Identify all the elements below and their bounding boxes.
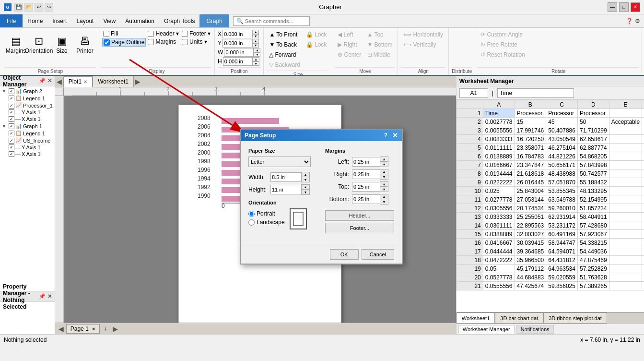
top-margin-up[interactable]: ▲: [380, 182, 388, 187]
menu-file[interactable]: File: [0, 14, 23, 27]
x-spin-down[interactable]: ▼: [252, 34, 259, 38]
right-margin-up[interactable]: ▲: [380, 169, 388, 174]
footer-checkbox[interactable]: Footer ▾: [181, 30, 211, 37]
custom-angle-button[interactable]: ⟳ Custom Angle: [478, 30, 527, 39]
h-input-group[interactable]: ▲ ▼: [223, 57, 259, 66]
height-spin-down[interactable]: ▼: [302, 190, 309, 194]
fill-checkbox[interactable]: Fill: [102, 30, 146, 37]
margins-check-input[interactable]: [148, 39, 154, 45]
y-input[interactable]: [222, 39, 252, 48]
search-input[interactable]: [245, 18, 307, 24]
x-spin[interactable]: ▲ ▼: [252, 30, 259, 38]
toolbar-icon-2[interactable]: 📂: [24, 3, 33, 12]
menu-view[interactable]: View: [98, 14, 120, 27]
footer-check-input[interactable]: [182, 31, 188, 37]
header-button[interactable]: Header...: [325, 210, 394, 221]
right-margin-input[interactable]: [352, 169, 380, 179]
width-spin-up[interactable]: ▲: [302, 172, 309, 177]
bottom-margin-spin-btns[interactable]: ▲ ▼: [380, 194, 388, 205]
ribbon-printer-button[interactable]: 🖶 Printer: [74, 30, 96, 60]
left-margin-spin-btns[interactable]: ▲ ▼: [380, 156, 388, 167]
top-margin-input[interactable]: [352, 182, 380, 192]
bottom-margin-spin[interactable]: ▲ ▼: [352, 194, 388, 205]
x-input[interactable]: [222, 30, 252, 38]
left-margin-up[interactable]: ▲: [380, 157, 388, 162]
forward-button[interactable]: △ Forward: [267, 50, 303, 60]
y-spin[interactable]: ▲ ▼: [252, 39, 259, 48]
h-spin-down[interactable]: ▼: [253, 61, 259, 66]
menu-graph[interactable]: Graph: [199, 14, 229, 27]
backward-button[interactable]: ▽ Backward: [267, 60, 303, 70]
header-check-input[interactable]: [148, 31, 154, 37]
ribbon-margins-button[interactable]: ▤ Margins: [5, 30, 27, 60]
ribbon-size-button[interactable]: ▣ Size: [51, 30, 73, 60]
left-margin-down[interactable]: ▼: [380, 162, 388, 167]
width-spin-btns[interactable]: ▲ ▼: [301, 172, 310, 182]
x-spin-up[interactable]: ▲: [252, 30, 259, 34]
close-button[interactable]: ✕: [631, 2, 640, 12]
fill-check-input[interactable]: [103, 31, 109, 37]
ok-button[interactable]: OK: [330, 249, 359, 260]
w-input-group[interactable]: ▲ ▼: [224, 48, 260, 57]
y-spin-down[interactable]: ▼: [252, 43, 259, 48]
width-input[interactable]: [270, 172, 301, 182]
menu-home[interactable]: Home: [23, 14, 47, 27]
landscape-radio[interactable]: Landscape: [248, 219, 285, 226]
window-controls[interactable]: — □ ✕: [608, 2, 640, 12]
y-spin-up[interactable]: ▲: [252, 39, 259, 43]
bottom-margin-input[interactable]: [352, 194, 380, 204]
left-margin-spin[interactable]: ▲ ▼: [352, 156, 388, 167]
free-rotate-button[interactable]: ↻ Free Rotate: [478, 40, 527, 49]
top-margin-spin-btns[interactable]: ▲ ▼: [380, 181, 388, 192]
bottom-margin-up[interactable]: ▲: [380, 194, 388, 199]
portrait-radio-input[interactable]: [248, 211, 255, 217]
modal-close-button[interactable]: ✕: [392, 132, 398, 139]
footer-button[interactable]: Footer...: [325, 223, 394, 233]
right-button[interactable]: ▶ Right: [335, 40, 363, 49]
right-margin-spin-btns[interactable]: ▲ ▼: [380, 169, 388, 180]
h-spin-up[interactable]: ▲: [253, 57, 259, 61]
menu-graph-tools[interactable]: Graph Tools: [159, 14, 199, 27]
bottom-button[interactable]: ▼ Bottom: [365, 40, 395, 49]
units-checkbox[interactable]: Units ▾: [181, 38, 211, 46]
header-checkbox[interactable]: Header ▾: [147, 30, 180, 37]
modal-help-button[interactable]: ?: [384, 132, 387, 139]
settings-icon[interactable]: ⚙: [635, 18, 640, 24]
lock-button-2[interactable]: 🔒 Lock: [304, 40, 329, 49]
reset-rotation-button[interactable]: ↺ Reset Rotation: [478, 50, 527, 60]
modal-overlay[interactable]: Page Setup ? ✕ Paper Size Letter A4 Lega…: [0, 76, 644, 361]
height-spin-up[interactable]: ▲: [302, 185, 309, 190]
h-input[interactable]: [223, 57, 253, 66]
menu-layout[interactable]: Layout: [71, 14, 98, 27]
cancel-button[interactable]: Cancel: [362, 249, 394, 260]
units-check-input[interactable]: [182, 39, 188, 45]
x-input-group[interactable]: ▲ ▼: [222, 30, 259, 38]
left-margin-input[interactable]: [352, 157, 380, 167]
menu-insert[interactable]: Insert: [47, 14, 71, 27]
top-button[interactable]: ▲ Top: [365, 30, 395, 39]
right-margin-down[interactable]: ▼: [380, 174, 388, 179]
toolbar-icon-4[interactable]: ↪: [45, 3, 53, 12]
w-spin[interactable]: ▲ ▼: [254, 48, 260, 57]
search-box[interactable]: 🔍: [233, 16, 310, 26]
toolbar-icon-3[interactable]: ↩: [35, 3, 43, 12]
portrait-radio[interactable]: Portrait: [248, 210, 285, 217]
center-button[interactable]: ⊕ Center: [335, 50, 363, 60]
menu-automation[interactable]: Automation: [120, 14, 159, 27]
w-spin-down[interactable]: ▼: [254, 52, 260, 57]
landscape-radio-input[interactable]: [248, 219, 255, 226]
to-front-button[interactable]: ▲ To Front: [267, 30, 303, 39]
height-input[interactable]: [270, 185, 301, 194]
width-spin-group[interactable]: ▲ ▼: [270, 172, 310, 182]
lock-button-1[interactable]: 🔒 Lock: [304, 30, 329, 39]
minimize-button[interactable]: —: [608, 2, 617, 12]
page-outline-checkbox[interactable]: Page Outline: [102, 38, 146, 47]
to-back-button[interactable]: ▼ To Back: [267, 40, 303, 49]
left-button[interactable]: ◀ Left: [335, 30, 363, 39]
middle-button[interactable]: ⊟ Middle: [365, 50, 395, 60]
margins-checkbox[interactable]: Margins: [147, 38, 180, 46]
help-icon[interactable]: ❓: [626, 18, 633, 24]
height-spin-btns[interactable]: ▲ ▼: [301, 184, 310, 195]
bottom-margin-down[interactable]: ▼: [380, 199, 388, 204]
w-input[interactable]: [224, 48, 254, 57]
